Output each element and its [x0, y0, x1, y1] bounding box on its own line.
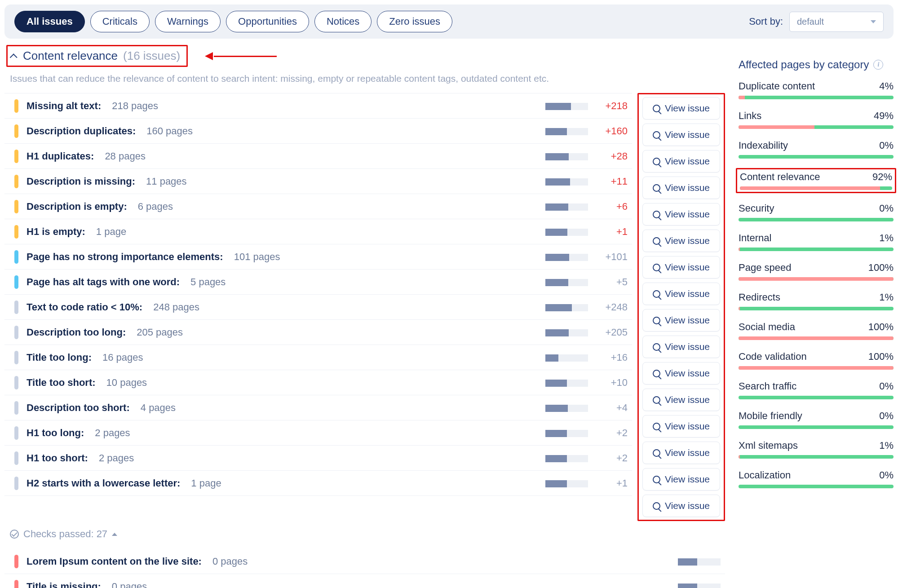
triangle-up-icon — [112, 533, 117, 536]
category-item[interactable]: Page speed100% — [739, 261, 894, 282]
severity-marker — [14, 477, 18, 490]
view-issue-button[interactable]: View issue — [642, 336, 720, 358]
filter-pills: All issuesCriticalsWarningsOpportunities… — [14, 11, 452, 32]
issue-page-count: 0 pages — [212, 556, 248, 567]
category-name: Indexability — [739, 140, 788, 151]
severity-marker — [14, 351, 18, 364]
delta-value: +101 — [596, 251, 628, 263]
filter-pill-all[interactable]: All issues — [14, 11, 85, 32]
view-issue-button[interactable]: View issue — [642, 495, 720, 517]
trend-bar — [545, 228, 588, 236]
category-bar — [739, 125, 894, 129]
issue-name: Title is missing: — [27, 581, 101, 588]
issue-name: Lorem Ipsum content on the live site: — [27, 556, 202, 567]
issue-name: H1 too long: — [27, 427, 84, 439]
sort-control: Sort by: default — [749, 12, 884, 32]
issue-page-count: 101 pages — [234, 251, 280, 263]
view-issue-button[interactable]: View issue — [642, 203, 720, 225]
category-item[interactable]: Indexability0% — [739, 138, 894, 160]
category-name: Links — [739, 110, 761, 122]
delta-value: +2 — [596, 452, 628, 464]
chevron-down-icon — [871, 20, 876, 23]
category-name: Mobile friendly — [739, 410, 802, 422]
trend-bar — [545, 454, 588, 462]
filter-pill-notices[interactable]: Notices — [314, 11, 372, 32]
category-name: Internal — [739, 232, 771, 244]
category-bar — [739, 96, 894, 99]
category-bar — [739, 277, 894, 281]
search-icon — [653, 264, 660, 271]
issues-list: Missing alt text:218 pages+218Descriptio… — [4, 93, 632, 521]
category-percent: 0% — [879, 140, 894, 151]
filter-pill-opportunities[interactable]: Opportunities — [226, 11, 309, 32]
issue-page-count: 2 pages — [99, 452, 134, 464]
issue-name: Description is missing: — [27, 176, 135, 187]
view-issue-button[interactable]: View issue — [642, 177, 720, 199]
issue-row: H1 too short:2 pages+2 — [4, 446, 632, 471]
filter-bar: All issuesCriticalsWarningsOpportunities… — [4, 4, 894, 39]
sort-dropdown[interactable]: default — [789, 12, 884, 32]
delta-value: +11 — [596, 176, 628, 187]
view-issue-button[interactable]: View issue — [642, 230, 720, 252]
category-percent: 4% — [879, 80, 894, 92]
trend-bar — [545, 278, 588, 286]
issue-name: Page has no strong importance elements: — [27, 251, 223, 263]
issue-page-count: 205 pages — [137, 327, 183, 338]
view-issue-button[interactable]: View issue — [642, 124, 720, 146]
category-item[interactable]: Search traffic0% — [739, 379, 894, 401]
issue-row: Title too long:16 pages+16 — [4, 345, 632, 370]
severity-marker — [14, 200, 18, 213]
category-item[interactable]: Links49% — [739, 109, 894, 130]
checks-passed-label: Checks passed: 27 — [23, 528, 107, 540]
search-icon — [653, 343, 660, 351]
category-bar — [739, 248, 894, 251]
issue-page-count: 248 pages — [153, 301, 199, 313]
trend-bar — [545, 127, 588, 135]
category-percent: 100% — [868, 321, 894, 333]
issue-name: Description duplicates: — [27, 125, 136, 137]
issue-page-count: 2 pages — [95, 427, 130, 439]
view-issue-button[interactable]: View issue — [642, 256, 720, 279]
issue-row: Text to code ratio < 10%:248 pages+248 — [4, 295, 632, 320]
issue-row: Page has alt tags with one word:5 pages+… — [4, 270, 632, 295]
view-issue-button[interactable]: View issue — [642, 415, 720, 438]
view-issue-button[interactable]: View issue — [642, 389, 720, 411]
category-item[interactable]: Social media100% — [739, 320, 894, 341]
category-item[interactable]: Code validation100% — [739, 349, 894, 371]
filter-pill-zero[interactable]: Zero issues — [377, 11, 452, 32]
view-issue-button[interactable]: View issue — [642, 150, 720, 172]
category-percent: 0% — [879, 410, 894, 422]
checks-passed-toggle[interactable]: Checks passed: 27 — [4, 521, 725, 549]
issue-page-count: 11 pages — [146, 176, 187, 187]
trend-bar — [678, 557, 721, 566]
section-header[interactable]: Content relevance (16 issues) — [6, 45, 188, 67]
category-name: Page speed — [739, 262, 791, 274]
view-issue-button[interactable]: View issue — [642, 309, 720, 332]
category-item[interactable]: Redirects1% — [739, 290, 894, 312]
category-item[interactable]: Duplicate content4% — [739, 79, 894, 101]
search-icon — [653, 449, 660, 457]
category-item[interactable]: Content relevance92% — [736, 168, 896, 193]
category-item[interactable]: Security0% — [739, 201, 894, 223]
category-percent: 92% — [872, 171, 892, 183]
category-bar — [739, 366, 894, 370]
delta-value: +2 — [596, 427, 628, 439]
info-icon[interactable]: i — [873, 60, 883, 70]
filter-pill-warnings[interactable]: Warnings — [155, 11, 221, 32]
view-issue-button[interactable]: View issue — [642, 362, 720, 385]
issue-page-count: 10 pages — [106, 377, 147, 389]
issue-page-count: 28 pages — [105, 150, 146, 162]
chevron-up-icon — [10, 53, 18, 61]
view-issue-button[interactable]: View issue — [642, 442, 720, 464]
category-item[interactable]: Mobile friendly0% — [739, 409, 894, 430]
category-item[interactable]: Xml sitemaps1% — [739, 438, 894, 460]
filter-pill-criticals[interactable]: Criticals — [90, 11, 150, 32]
view-issue-button[interactable]: View issue — [642, 97, 720, 119]
category-name: Social media — [739, 321, 795, 333]
category-name: Code validation — [739, 351, 807, 363]
category-item[interactable]: Localization0% — [739, 468, 894, 490]
view-issue-button[interactable]: View issue — [642, 283, 720, 305]
category-item[interactable]: Internal1% — [739, 231, 894, 252]
issue-name: Title too short: — [27, 377, 96, 389]
view-issue-button[interactable]: View issue — [642, 468, 720, 491]
